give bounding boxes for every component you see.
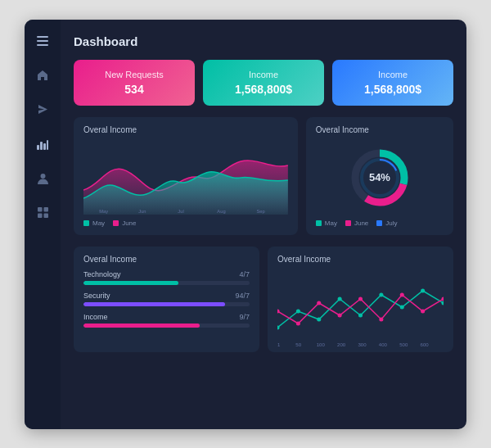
progress-sec-bar-fill <box>83 302 225 306</box>
svg-rect-9 <box>43 207 48 212</box>
progress-card: Overal Income Technology 4/7 Security 94… <box>74 247 259 352</box>
svg-point-24 <box>317 317 321 321</box>
page-title: Dashboard <box>74 34 453 48</box>
stat-card-income2[interactable]: Income 1,568,800$ <box>332 60 453 106</box>
progress-sec-bar-bg <box>83 302 250 306</box>
bottom-row: Overal Income Technology 4/7 Security 94… <box>74 247 453 352</box>
svg-point-35 <box>358 296 363 301</box>
progress-tech-label: Technology <box>83 270 121 278</box>
progress-chart-title: Overal Income <box>83 255 250 264</box>
stat-card-requests-value: 534 <box>124 83 143 96</box>
svg-point-23 <box>296 309 300 313</box>
stat-card-income1[interactable]: Income 1,568,800$ <box>203 60 324 106</box>
svg-text:Sep: Sep <box>256 208 265 213</box>
donut-chart-title: Overal Income <box>316 125 444 134</box>
svg-point-27 <box>379 292 383 296</box>
svg-point-29 <box>421 288 425 292</box>
progress-income: Income 9/7 <box>83 313 250 328</box>
line-chart-title: Overal Income <box>277 255 444 264</box>
svg-point-38 <box>421 309 425 313</box>
legend-june: June <box>113 219 136 227</box>
menu-icon[interactable] <box>34 33 51 49</box>
svg-text:Jul: Jul <box>178 208 183 213</box>
svg-text:100: 100 <box>317 342 326 347</box>
area-chart-legend: May June <box>83 219 288 227</box>
progress-tech-bar-fill <box>83 281 178 285</box>
svg-rect-0 <box>37 36 48 38</box>
svg-rect-3 <box>37 145 39 150</box>
svg-text:50: 50 <box>295 342 301 347</box>
svg-text:400: 400 <box>379 342 388 347</box>
progress-sec-label: Security <box>83 292 110 300</box>
svg-point-26 <box>358 313 363 317</box>
svg-rect-2 <box>37 44 48 46</box>
svg-point-37 <box>400 292 404 296</box>
svg-text:300: 300 <box>358 342 367 347</box>
sidebar <box>25 20 61 429</box>
line-chart: 1 50 100 200 300 400 500 600 <box>277 270 444 344</box>
donut-chart: 54% <box>316 141 444 215</box>
stat-card-income1-value: 1,568,800$ <box>235 83 292 96</box>
main-content: Dashboard New Requests 534 Income 1,568,… <box>61 20 466 429</box>
svg-text:600: 600 <box>421 342 430 347</box>
svg-text:Jun: Jun <box>138 208 146 213</box>
grid-icon[interactable] <box>34 205 51 221</box>
progress-inc-label: Income <box>83 313 108 321</box>
area-chart: May Jun Jul Aug Sep <box>83 141 288 215</box>
stat-cards: New Requests 534 Income 1,568,800$ Incom… <box>74 60 453 106</box>
svg-rect-10 <box>38 214 43 219</box>
donut-legend-june: June <box>345 219 368 227</box>
svg-point-25 <box>338 296 342 301</box>
svg-point-32 <box>296 321 300 325</box>
svg-text:Aug: Aug <box>217 208 225 213</box>
svg-point-28 <box>400 305 404 309</box>
progress-tech-bar-bg <box>83 281 250 285</box>
dashboard-container: Dashboard New Requests 534 Income 1,568,… <box>25 20 466 429</box>
svg-point-7 <box>40 174 45 179</box>
svg-rect-4 <box>40 142 43 150</box>
svg-rect-1 <box>37 40 48 42</box>
svg-rect-5 <box>43 143 46 150</box>
donut-chart-card: Overal Income 54% <box>306 117 453 235</box>
donut-value: 54% <box>369 171 390 183</box>
send-icon[interactable] <box>34 102 51 118</box>
stat-card-income2-value: 1,568,800$ <box>364 83 421 96</box>
progress-technology: Technology 4/7 <box>83 270 250 285</box>
svg-rect-6 <box>47 140 48 150</box>
svg-point-36 <box>379 317 383 321</box>
stat-card-requests[interactable]: New Requests 534 <box>74 60 195 106</box>
svg-rect-8 <box>38 207 43 212</box>
progress-security: Security 94/7 <box>83 292 250 306</box>
legend-may: May <box>83 219 105 227</box>
progress-inc-bar-bg <box>83 324 250 328</box>
donut-legend: May June July <box>316 219 444 227</box>
stat-card-income2-label: Income <box>378 70 408 79</box>
home-icon[interactable] <box>34 67 51 84</box>
stat-card-requests-label: New Requests <box>105 70 164 79</box>
stat-card-income1-label: Income <box>249 70 278 79</box>
chart-bar-icon[interactable] <box>34 136 51 152</box>
donut-legend-may: May <box>316 219 337 227</box>
svg-text:200: 200 <box>337 342 346 347</box>
progress-sec-value: 94/7 <box>235 292 250 300</box>
svg-point-33 <box>317 301 321 305</box>
progress-inc-bar-fill <box>83 324 200 328</box>
svg-point-34 <box>338 313 342 317</box>
svg-text:500: 500 <box>399 342 408 347</box>
progress-inc-value: 9/7 <box>239 313 250 321</box>
charts-row-1: Overal Income <box>74 117 453 235</box>
area-chart-title: Overal Income <box>83 125 288 134</box>
progress-tech-value: 4/7 <box>239 270 250 278</box>
area-chart-card: Overal Income <box>74 117 298 235</box>
svg-text:1: 1 <box>277 342 281 347</box>
user-icon[interactable] <box>34 170 51 187</box>
svg-text:May: May <box>99 208 108 213</box>
line-chart-card: Overal Income <box>268 247 453 352</box>
donut-legend-july: July <box>376 219 397 227</box>
svg-rect-11 <box>43 214 48 219</box>
